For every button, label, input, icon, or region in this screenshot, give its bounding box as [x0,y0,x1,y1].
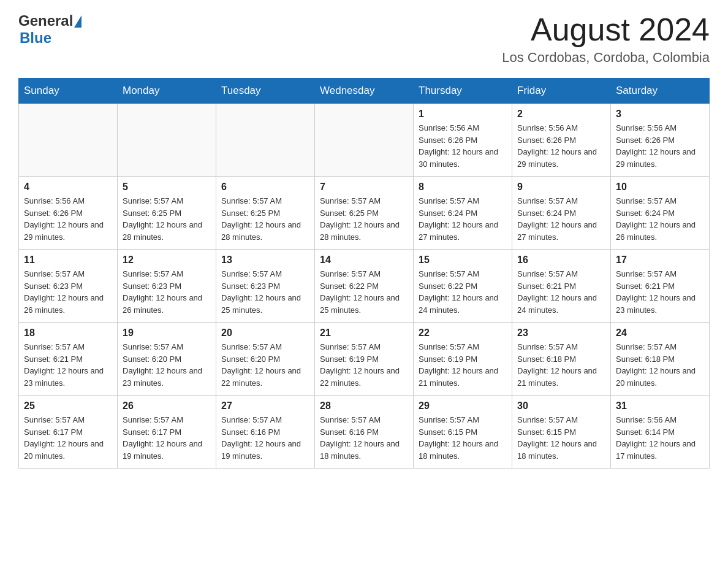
cell-w2-d1: 5Sunrise: 5:57 AMSunset: 6:25 PMDaylight… [118,177,216,250]
calendar-body: 1Sunrise: 5:56 AMSunset: 6:26 PMDaylight… [19,104,710,469]
cell-w2-d3: 7Sunrise: 5:57 AMSunset: 6:25 PMDaylight… [315,177,414,250]
cell-w3-d5: 16Sunrise: 5:57 AMSunset: 6:21 PMDayligh… [512,250,611,323]
day-info: Sunrise: 5:57 AMSunset: 6:24 PMDaylight:… [419,195,507,243]
cell-w4-d3: 21Sunrise: 5:57 AMSunset: 6:19 PMDayligh… [315,323,414,396]
cell-w5-d3: 28Sunrise: 5:57 AMSunset: 6:16 PMDayligh… [315,396,414,469]
header-tuesday: Tuesday [216,79,315,104]
day-info: Sunrise: 5:57 AMSunset: 6:16 PMDaylight:… [221,414,309,462]
day-info: Sunrise: 5:57 AMSunset: 6:24 PMDaylight:… [517,195,605,243]
day-number: 24 [616,327,704,339]
day-info: Sunrise: 5:57 AMSunset: 6:21 PMDaylight:… [616,268,704,316]
cell-w3-d4: 15Sunrise: 5:57 AMSunset: 6:22 PMDayligh… [414,250,512,323]
day-info: Sunrise: 5:57 AMSunset: 6:18 PMDaylight:… [517,341,605,389]
day-info: Sunrise: 5:56 AMSunset: 6:26 PMDaylight:… [517,122,605,170]
day-number: 31 [616,400,704,412]
day-number: 27 [221,400,309,412]
day-info: Sunrise: 5:57 AMSunset: 6:18 PMDaylight:… [616,341,704,389]
logo-triangle-icon [74,15,82,28]
cell-w3-d2: 13Sunrise: 5:57 AMSunset: 6:23 PMDayligh… [216,250,315,323]
cell-w5-d1: 26Sunrise: 5:57 AMSunset: 6:17 PMDayligh… [118,396,216,469]
day-number: 19 [123,327,211,339]
day-number: 2 [517,109,605,120]
day-number: 10 [616,182,704,193]
day-info: Sunrise: 5:57 AMSunset: 6:23 PMDaylight:… [24,268,112,316]
day-info: Sunrise: 5:57 AMSunset: 6:23 PMDaylight:… [123,268,211,316]
day-number: 7 [320,182,408,193]
week-row-3: 11Sunrise: 5:57 AMSunset: 6:23 PMDayligh… [19,250,710,323]
week-row-1: 1Sunrise: 5:56 AMSunset: 6:26 PMDaylight… [19,104,710,177]
calendar-table: SundayMondayTuesdayWednesdayThursdayFrid… [18,78,710,469]
header-wednesday: Wednesday [315,79,414,104]
day-number: 1 [419,109,507,120]
cell-w4-d4: 22Sunrise: 5:57 AMSunset: 6:19 PMDayligh… [414,323,512,396]
cell-w1-d5: 2Sunrise: 5:56 AMSunset: 6:26 PMDaylight… [512,104,611,177]
day-number: 28 [320,400,408,412]
cell-w1-d0 [19,104,118,177]
cell-w3-d0: 11Sunrise: 5:57 AMSunset: 6:23 PMDayligh… [19,250,118,323]
cell-w3-d6: 17Sunrise: 5:57 AMSunset: 6:21 PMDayligh… [611,250,710,323]
day-info: Sunrise: 5:57 AMSunset: 6:23 PMDaylight:… [221,268,309,316]
title-block: August 2024 Los Cordobas, Cordoba, Colom… [502,12,710,66]
cell-w5-d2: 27Sunrise: 5:57 AMSunset: 6:16 PMDayligh… [216,396,315,469]
header-monday: Monday [118,79,216,104]
day-number: 11 [24,255,112,266]
day-number: 26 [123,400,211,412]
calendar-header: SundayMondayTuesdayWednesdayThursdayFrid… [19,79,710,104]
day-number: 25 [24,400,112,412]
cell-w1-d1 [118,104,216,177]
day-number: 12 [123,255,211,266]
day-info: Sunrise: 5:57 AMSunset: 6:15 PMDaylight:… [419,414,507,462]
cell-w1-d3 [315,104,414,177]
day-number: 8 [419,182,507,193]
day-number: 23 [517,327,605,339]
day-info: Sunrise: 5:56 AMSunset: 6:26 PMDaylight:… [616,122,704,170]
day-info: Sunrise: 5:57 AMSunset: 6:25 PMDaylight:… [320,195,408,243]
day-number: 6 [221,182,309,193]
cell-w4-d5: 23Sunrise: 5:57 AMSunset: 6:18 PMDayligh… [512,323,611,396]
cell-w4-d0: 18Sunrise: 5:57 AMSunset: 6:21 PMDayligh… [19,323,118,396]
day-number: 9 [517,182,605,193]
day-info: Sunrise: 5:57 AMSunset: 6:21 PMDaylight:… [24,341,112,389]
cell-w2-d5: 9Sunrise: 5:57 AMSunset: 6:24 PMDaylight… [512,177,611,250]
day-info: Sunrise: 5:57 AMSunset: 6:17 PMDaylight:… [123,414,211,462]
day-info: Sunrise: 5:57 AMSunset: 6:21 PMDaylight:… [517,268,605,316]
header-sunday: Sunday [19,79,118,104]
day-number: 18 [24,327,112,339]
day-info: Sunrise: 5:57 AMSunset: 6:20 PMDaylight:… [123,341,211,389]
day-number: 20 [221,327,309,339]
day-number: 14 [320,255,408,266]
cell-w2-d0: 4Sunrise: 5:56 AMSunset: 6:26 PMDaylight… [19,177,118,250]
day-number: 22 [419,327,507,339]
logo-general-text: General [18,12,73,29]
cell-w4-d1: 19Sunrise: 5:57 AMSunset: 6:20 PMDayligh… [118,323,216,396]
month-title: August 2024 [502,12,710,47]
day-number: 29 [419,400,507,412]
day-info: Sunrise: 5:57 AMSunset: 6:25 PMDaylight:… [221,195,309,243]
cell-w2-d6: 10Sunrise: 5:57 AMSunset: 6:24 PMDayligh… [611,177,710,250]
week-row-5: 25Sunrise: 5:57 AMSunset: 6:17 PMDayligh… [19,396,710,469]
cell-w4-d6: 24Sunrise: 5:57 AMSunset: 6:18 PMDayligh… [611,323,710,396]
day-info: Sunrise: 5:57 AMSunset: 6:15 PMDaylight:… [517,414,605,462]
header-thursday: Thursday [414,79,512,104]
day-info: Sunrise: 5:57 AMSunset: 6:25 PMDaylight:… [123,195,211,243]
cell-w3-d3: 14Sunrise: 5:57 AMSunset: 6:22 PMDayligh… [315,250,414,323]
cell-w1-d6: 3Sunrise: 5:56 AMSunset: 6:26 PMDaylight… [611,104,710,177]
cell-w4-d2: 20Sunrise: 5:57 AMSunset: 6:20 PMDayligh… [216,323,315,396]
day-number: 4 [24,182,112,193]
location-title: Los Cordobas, Cordoba, Colombia [502,50,710,66]
header-row: SundayMondayTuesdayWednesdayThursdayFrid… [19,79,710,104]
cell-w2-d4: 8Sunrise: 5:57 AMSunset: 6:24 PMDaylight… [414,177,512,250]
cell-w1-d4: 1Sunrise: 5:56 AMSunset: 6:26 PMDaylight… [414,104,512,177]
day-info: Sunrise: 5:57 AMSunset: 6:24 PMDaylight:… [616,195,704,243]
day-number: 5 [123,182,211,193]
header-friday: Friday [512,79,611,104]
week-row-4: 18Sunrise: 5:57 AMSunset: 6:21 PMDayligh… [19,323,710,396]
cell-w5-d4: 29Sunrise: 5:57 AMSunset: 6:15 PMDayligh… [414,396,512,469]
day-info: Sunrise: 5:57 AMSunset: 6:19 PMDaylight:… [419,341,507,389]
day-info: Sunrise: 5:56 AMSunset: 6:26 PMDaylight:… [419,122,507,170]
day-number: 21 [320,327,408,339]
logo-blue-text: Blue [20,29,51,47]
cell-w5-d0: 25Sunrise: 5:57 AMSunset: 6:17 PMDayligh… [19,396,118,469]
cell-w1-d2 [216,104,315,177]
day-number: 15 [419,255,507,266]
